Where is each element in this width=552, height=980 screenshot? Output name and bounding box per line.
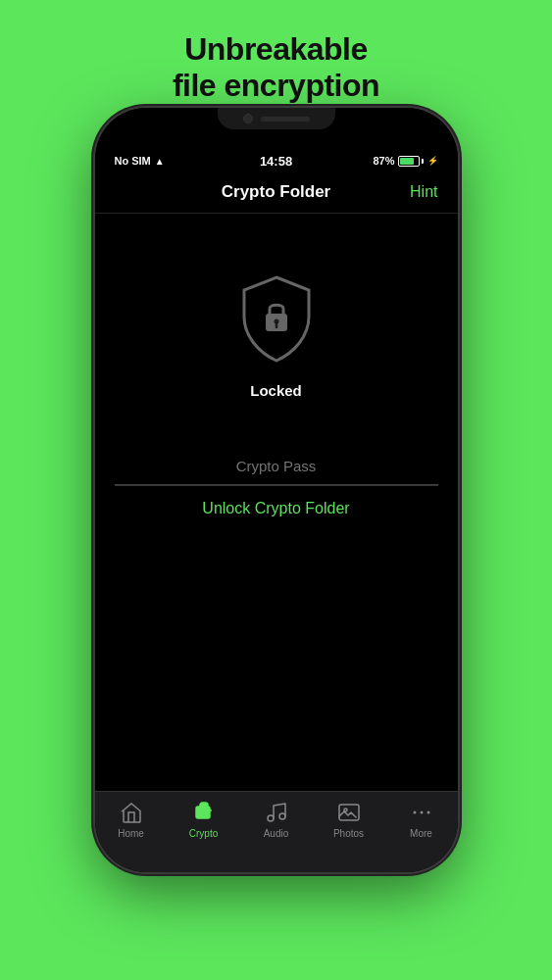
time-label: 14:58 [260, 154, 292, 169]
svg-point-7 [268, 815, 274, 821]
notch [218, 108, 335, 129]
status-left: No SIM ▲ [115, 155, 165, 167]
home-icon [119, 800, 144, 825]
headline-line1: Unbreakable [184, 31, 368, 67]
tab-home[interactable]: Home [95, 800, 168, 839]
tab-more-label: More [410, 828, 432, 839]
unlock-button[interactable]: Unlock Crypto Folder [115, 486, 438, 531]
tab-audio[interactable]: Audio [240, 800, 313, 839]
audio-icon [264, 800, 289, 825]
phone-screen: No SIM ▲ 14:58 87% ⚡ Crypto Folder Hint [95, 108, 458, 872]
tab-crypto[interactable]: Crypto [168, 800, 240, 839]
wifi-icon: ▲ [155, 156, 165, 167]
tab-bar: Home Crypto [95, 791, 458, 872]
nav-title: Crypto Folder [222, 182, 330, 202]
password-input[interactable] [115, 448, 438, 485]
battery-fill [400, 158, 414, 165]
tab-audio-label: Audio [264, 828, 289, 839]
phone-shell: No SIM ▲ 14:58 87% ⚡ Crypto Folder Hint [95, 108, 458, 872]
main-content: Locked Unlock Crypto Folder [95, 214, 458, 791]
carrier-label: No SIM [115, 155, 151, 167]
headline-line2: file encryption [173, 68, 379, 103]
battery-tip [422, 159, 424, 164]
notch-bar [95, 108, 458, 151]
battery-percent: 87% [373, 155, 394, 167]
speaker-bar [261, 117, 310, 122]
tab-more[interactable]: More [385, 800, 458, 839]
password-section: Unlock Crypto Folder [95, 448, 458, 531]
lock-shield-icon [232, 272, 321, 370]
svg-rect-3 [196, 807, 210, 818]
crypto-icon [191, 800, 217, 825]
svg-point-12 [420, 811, 423, 814]
tab-photos[interactable]: Photos [313, 800, 385, 839]
svg-point-13 [427, 811, 429, 814]
more-icon [409, 800, 434, 825]
photos-icon [336, 800, 362, 825]
hint-button[interactable]: Hint [410, 183, 437, 201]
battery-icon [398, 156, 424, 167]
tab-photos-label: Photos [333, 828, 364, 839]
status-bar: No SIM ▲ 14:58 87% ⚡ [95, 151, 458, 171]
nav-bar: Crypto Folder Hint [95, 171, 458, 214]
page-headline: Unbreakable file encryption [173, 31, 379, 104]
unlock-btn-wrapper: Unlock Crypto Folder [115, 485, 438, 531]
tab-home-label: Home [118, 828, 144, 839]
bolt-icon: ⚡ [427, 156, 438, 166]
svg-point-11 [413, 811, 416, 814]
tab-crypto-label: Crypto [189, 828, 218, 839]
battery-body [398, 156, 420, 167]
camera-dot [243, 114, 253, 123]
locked-label: Locked [250, 382, 302, 399]
status-right: 87% ⚡ [373, 155, 437, 167]
svg-point-8 [279, 813, 285, 819]
